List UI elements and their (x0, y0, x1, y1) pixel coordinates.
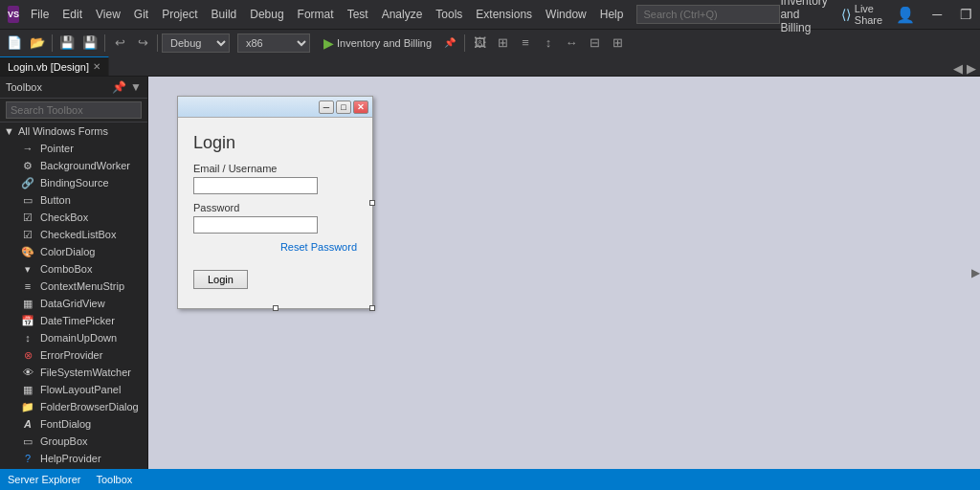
persona-icon[interactable]: 👤 (896, 6, 915, 24)
menu-project[interactable]: Project (156, 6, 203, 23)
toolbox-item-filesystemwatcher[interactable]: 👁 FileSystemWatcher (0, 364, 147, 381)
save-all-button[interactable]: 💾 (79, 33, 100, 54)
open-button[interactable]: 📂 (27, 33, 48, 54)
live-share-button[interactable]: ⟨⟩ Live Share (835, 1, 888, 28)
toolbox-item-label: DateTimePicker (40, 315, 115, 326)
login-button[interactable]: Login (193, 270, 248, 289)
password-input[interactable] (193, 216, 318, 234)
toolbox-header: Toolbox 📌 ▼ (0, 77, 147, 99)
toolbox-item-label: FolderBrowserDialog (40, 401, 139, 412)
toolbox-item-label: Button (40, 194, 71, 206)
save-button[interactable]: 💾 (56, 33, 78, 54)
menu-file[interactable]: File (25, 6, 55, 23)
tab-close-icon[interactable]: ✕ (93, 61, 100, 72)
toolbox-item-combobox[interactable]: ▾ ComboBox (0, 260, 147, 278)
checkedlistbox-icon: ☑ (21, 228, 34, 241)
restore-button[interactable]: ❐ (951, 0, 980, 29)
menu-view[interactable]: View (90, 6, 126, 23)
toolbox-item-label: HelpProvider (40, 453, 101, 464)
toolbar-icon-4[interactable]: ↕ (538, 33, 559, 54)
expand-arrow-right[interactable]: ▶ (971, 266, 980, 279)
reset-password-link[interactable]: Reset Password (280, 241, 357, 253)
toolbox-item-errorprovider[interactable]: ⊗ ErrorProvider (0, 346, 147, 364)
toolbox-item-pointer[interactable]: → Pointer (0, 140, 147, 157)
wf-maximize-button[interactable]: □ (336, 100, 351, 114)
flowlayoutpanel-icon: ▦ (21, 383, 34, 396)
menu-test[interactable]: Test (342, 6, 374, 23)
toolbar-icon-5[interactable]: ↔ (561, 33, 582, 54)
run-icon: ▶ (323, 35, 334, 51)
toolbar-icon-3[interactable]: ≡ (515, 33, 536, 54)
toolbox-item-button[interactable]: ▭ Button (0, 191, 147, 209)
email-input[interactable] (193, 177, 318, 194)
menu-analyze[interactable]: Analyze (376, 6, 429, 23)
redo-button[interactable]: ↪ (132, 33, 153, 54)
toolbox-section-header[interactable]: ▼ All Windows Forms (0, 122, 147, 140)
new-project-button[interactable]: 📄 (4, 33, 25, 54)
toolbox-item-label: FileSystemWatcher (40, 367, 131, 378)
folderbrowserdialog-icon: 📁 (21, 400, 34, 413)
toolbox-item-label: FontDialog (40, 418, 91, 430)
tab-nav-right[interactable]: ▶ (967, 61, 976, 76)
app-title: Inventory and Billing (780, 0, 827, 34)
toolbox-item-label: CheckedListBox (40, 229, 117, 240)
run-button[interactable]: ▶ Inventory and Billing (318, 33, 437, 53)
pointer-icon: → (21, 142, 34, 155)
toolbox-item-checkbox[interactable]: ☑ CheckBox (0, 209, 147, 226)
datetimepicker-icon: 📅 (21, 314, 34, 327)
toolbox-item-bindingsource[interactable]: 🔗 BindingSource (0, 174, 147, 191)
minimize-button[interactable]: ─ (923, 0, 951, 29)
wf-minimize-button[interactable]: ─ (319, 100, 334, 114)
toolbar-separator-1 (52, 34, 53, 52)
menu-help[interactable]: Help (594, 6, 630, 23)
toolbar-icon-1[interactable]: 🖼 (469, 33, 490, 54)
datagridview-icon: ▦ (21, 297, 34, 310)
menu-window[interactable]: Window (540, 6, 592, 23)
global-search[interactable] (636, 5, 780, 24)
toolbox-title: Toolbox (6, 81, 42, 93)
winforms-titlebar: ─ □ ✕ (178, 97, 372, 118)
undo-button[interactable]: ↩ (109, 33, 130, 54)
wf-close-button[interactable]: ✕ (353, 100, 368, 114)
tab-login-design[interactable]: Login.vb [Design] ✕ (0, 56, 109, 76)
toolbox-search-input[interactable] (6, 101, 142, 119)
menu-extensions[interactable]: Extensions (470, 6, 538, 23)
menu-debug[interactable]: Debug (244, 6, 289, 23)
attach-button[interactable]: 📌 (439, 33, 460, 54)
toolbox-item-domainupdown[interactable]: ↕ DomainUpDown (0, 329, 147, 346)
resize-handle-bottom-right[interactable] (369, 305, 375, 311)
toolbox-tab[interactable]: Toolbox (96, 474, 132, 485)
menu-git[interactable]: Git (128, 6, 154, 23)
toolbox-item-backgroundworker[interactable]: ⚙ BackgroundWorker (0, 157, 147, 174)
toolbar-icon-6[interactable]: ⊟ (584, 33, 605, 54)
resize-handle-right-center[interactable] (369, 200, 375, 206)
resize-handle-bottom-center[interactable] (273, 305, 278, 311)
toolbox-item-label: ErrorProvider (40, 349, 102, 361)
toolbox-item-contextmenustrip[interactable]: ≡ ContextMenuStrip (0, 278, 147, 295)
server-explorer-tab[interactable]: Server Explorer (8, 474, 80, 485)
menu-tools[interactable]: Tools (430, 6, 468, 23)
toolbox-item-checkedlistbox[interactable]: ☑ CheckedListBox (0, 226, 147, 243)
toolbox-item-flowlayoutpanel[interactable]: ▦ FlowLayoutPanel (0, 381, 147, 398)
platform-dropdown[interactable]: x86 x64 Any CPU (237, 33, 310, 53)
toolbox-item-datagridview[interactable]: ▦ DataGridView (0, 295, 147, 312)
menu-build[interactable]: Build (206, 6, 243, 23)
toolbox-item-fontdialog[interactable]: A FontDialog (0, 415, 147, 433)
toolbox-item-folderbrowserdialog[interactable]: 📁 FolderBrowserDialog (0, 398, 147, 415)
toolbar-icon-2[interactable]: ⊞ (492, 33, 513, 54)
domainupdown-icon: ↕ (21, 331, 34, 345)
tab-nav-left[interactable]: ◀ (953, 61, 963, 76)
toolbar-icon-7[interactable]: ⊞ (607, 33, 628, 54)
toolbox-item-colordialog[interactable]: 🎨 ColorDialog (0, 243, 147, 260)
toolbox-item-groupbox[interactable]: ▭ GroupBox (0, 433, 147, 450)
toolbox-options-icon[interactable]: ▼ (130, 80, 142, 94)
menu-edit[interactable]: Edit (56, 6, 88, 23)
toolbox-item-helpprovider[interactable]: ? HelpProvider (0, 450, 147, 467)
toolbox-item-datetimepicker[interactable]: 📅 DateTimePicker (0, 312, 147, 329)
title-bar: VS File Edit View Git Project Build Debu… (0, 0, 980, 29)
toolbox-pin-icon[interactable]: 📌 (112, 80, 126, 94)
toolbox-search-area (0, 99, 147, 122)
toolbox-item-label: BindingSource (40, 177, 109, 189)
menu-format[interactable]: Format (292, 6, 340, 23)
debug-config-dropdown[interactable]: Debug Release (162, 33, 230, 53)
